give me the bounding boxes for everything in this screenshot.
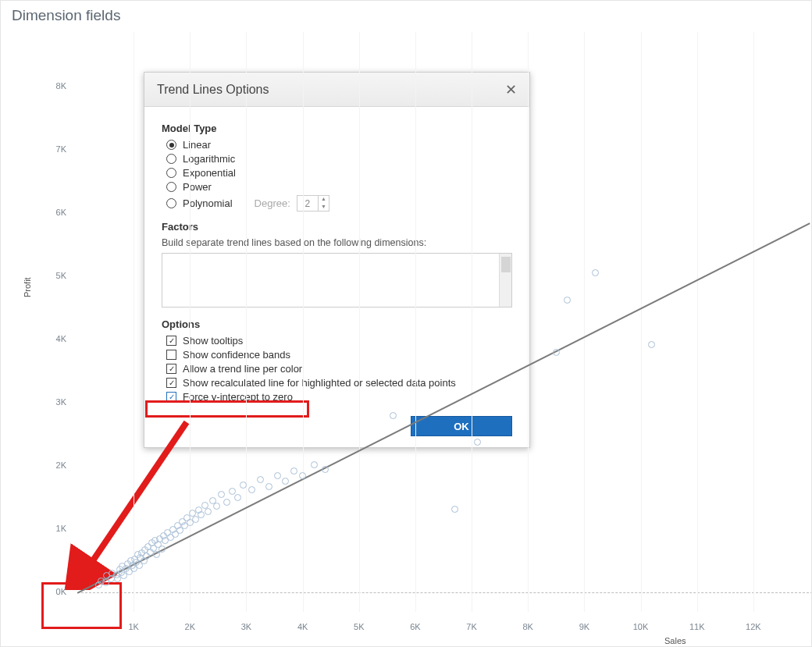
data-point[interactable]	[153, 551, 160, 558]
gridline	[246, 32, 247, 612]
radio-icon	[166, 154, 176, 164]
checkbox-checked-icon: ✓	[166, 364, 176, 374]
spinner-up-icon[interactable]: ▲	[319, 196, 329, 204]
gridline	[697, 32, 698, 612]
data-point[interactable]	[229, 488, 236, 495]
data-point[interactable]	[474, 439, 481, 446]
y-tick-label: 5K	[51, 271, 66, 280]
degree-input[interactable]	[297, 196, 318, 211]
y-axis-label: Profit	[23, 277, 32, 297]
gridline	[303, 32, 304, 612]
x-tick-label: 10K	[629, 622, 653, 631]
model-linear-label: Linear	[183, 139, 211, 151]
x-tick-label: 8K	[516, 622, 540, 631]
checkbox-checked-icon: ✓	[166, 378, 176, 388]
x-tick-label: 4K	[291, 622, 315, 631]
model-logarithmic-radio[interactable]: Logarithmic	[166, 153, 512, 165]
data-point[interactable]	[322, 466, 329, 473]
y-tick-label: 6K	[51, 208, 66, 217]
gridline	[753, 32, 754, 612]
gridline	[415, 32, 416, 612]
x-tick-label: 5K	[347, 622, 371, 631]
factors-help-text: Build separate trend lines based on the …	[162, 237, 512, 248]
x-tick-label: 7K	[460, 622, 483, 631]
checkbox-icon	[166, 350, 176, 360]
options-heading: Options	[162, 318, 512, 330]
gridline	[528, 32, 529, 612]
option-per-color[interactable]: ✓Allow a trend line per color	[166, 363, 512, 375]
radio-icon	[166, 168, 176, 178]
x-tick-label: 11K	[686, 622, 709, 631]
y-tick-label: 7K	[51, 144, 66, 154]
option-per-color-label: Allow a trend line per color	[183, 363, 302, 375]
option-show-confidence-label: Show confidence bands	[183, 349, 290, 361]
gridline	[359, 32, 360, 612]
radio-selected-icon	[166, 140, 176, 150]
option-show-confidence[interactable]: Show confidence bands	[166, 349, 512, 361]
option-show-tooltips-label: Show tooltips	[183, 335, 243, 347]
checkbox-checked-icon: ✓	[166, 336, 176, 346]
y-tick-label: 1K	[51, 524, 66, 533]
model-linear-radio[interactable]: Linear	[166, 139, 512, 151]
x-tick-label: 9K	[572, 622, 596, 631]
data-point[interactable]	[390, 412, 397, 419]
x-tick-label: 6K	[404, 622, 427, 631]
degree-label: Degree:	[255, 197, 290, 209]
gridline	[472, 32, 472, 612]
data-point[interactable]	[553, 349, 560, 356]
dialog-title: Trend Lines Options	[157, 83, 269, 97]
x-tick-label: 1K	[122, 622, 145, 631]
factors-listbox[interactable]	[162, 253, 512, 308]
model-power-radio[interactable]: Power	[166, 181, 512, 193]
gridline	[584, 32, 585, 612]
option-recalc[interactable]: ✓Show recalculated line for highlighted …	[166, 377, 512, 389]
degree-spinner[interactable]: ▲▼	[297, 195, 329, 212]
x-tick-label: 12K	[742, 622, 765, 631]
x-tick-label: 2K	[178, 622, 201, 631]
scrollbar[interactable]	[499, 254, 511, 307]
gridline	[641, 32, 642, 612]
model-power-label: Power	[183, 181, 212, 193]
ok-button[interactable]: OK	[411, 416, 512, 436]
data-point[interactable]	[311, 461, 318, 468]
y-tick-label: 4K	[51, 334, 66, 343]
model-exponential-radio[interactable]: Exponential	[166, 167, 512, 179]
model-type-heading: Model Type	[162, 123, 512, 134]
spinner-down-icon[interactable]: ▼	[319, 204, 329, 212]
y-tick-label: 2K	[51, 460, 66, 470]
y-tick-label: 8K	[51, 81, 66, 91]
gridline	[134, 32, 134, 612]
model-polynomial-radio[interactable]: Polynomial Degree: ▲▼	[166, 195, 512, 212]
option-show-tooltips[interactable]: ✓Show tooltips	[166, 335, 512, 347]
x-axis-label: Sales	[664, 636, 686, 645]
page-title: Dimension fields	[12, 7, 120, 24]
data-point[interactable]	[205, 508, 212, 515]
y-tick-label: 0K	[51, 587, 66, 596]
data-point[interactable]	[299, 472, 306, 479]
radio-icon	[166, 182, 176, 192]
y-tick-label: 3K	[51, 397, 66, 407]
zero-baseline	[77, 592, 812, 593]
radio-icon	[166, 198, 176, 208]
scrollbar-thumb[interactable]	[501, 257, 511, 272]
factors-heading: Factors	[162, 221, 512, 233]
close-icon[interactable]: ✕	[505, 81, 517, 98]
x-tick-label: 3K	[234, 622, 258, 631]
data-point[interactable]	[451, 506, 458, 513]
data-point[interactable]	[265, 483, 272, 490]
data-point[interactable]	[274, 472, 281, 479]
